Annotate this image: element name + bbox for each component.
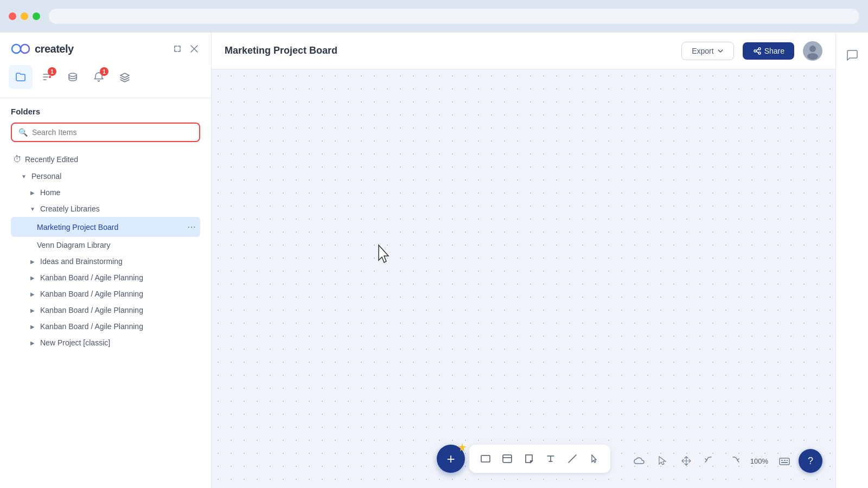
chevron-down-icon (717, 48, 724, 54)
svg-line-14 (569, 455, 576, 463)
note-tool[interactable] (519, 449, 539, 468)
venn-diagram-label: Venn Diagram Library (37, 241, 198, 249)
ideas-brainstorming-label: Ideas and Brainstorming (40, 257, 198, 266)
svg-point-8 (809, 46, 816, 52)
close-button[interactable] (9, 12, 16, 20)
logo-text: creately (35, 43, 74, 55)
help-button[interactable]: ? (799, 449, 822, 473)
tree-new-project[interactable]: ▶ New Project [classic] (11, 335, 200, 351)
select-tool-button[interactable] (653, 451, 672, 471)
kanban-4-label: Kanban Board / Agile Planning (40, 322, 198, 331)
text-tool[interactable] (541, 449, 560, 468)
expand-button[interactable] (171, 42, 184, 55)
svg-rect-18 (787, 460, 788, 461)
search-box[interactable]: 🔍 (11, 123, 200, 142)
tree-kanban-4[interactable]: ▶ Kanban Board / Agile Planning (11, 318, 200, 335)
title-bar (0, 0, 868, 33)
header-actions (171, 42, 200, 55)
tree-home[interactable]: ▶ Home (11, 184, 200, 201)
line-tool[interactable] (563, 449, 582, 468)
chevron-right-icon: ▶ (28, 322, 37, 331)
new-project-label: New Project [classic] (40, 338, 198, 347)
main-header: Marketing Project Board Export Share (212, 33, 835, 69)
nav-database-button[interactable] (61, 65, 85, 89)
add-button[interactable]: + (437, 445, 465, 473)
cloud-save-button[interactable] (629, 451, 648, 471)
svg-point-9 (807, 53, 818, 60)
chevron-down-icon: ▼ (20, 172, 28, 181)
right-panel (835, 33, 868, 488)
tree-recently-edited[interactable]: ⏱ Recently Edited (11, 151, 200, 168)
pointer-tool[interactable] (584, 449, 604, 468)
minimize-button[interactable] (21, 12, 28, 20)
sidebar-nav: 1 1 (0, 65, 211, 98)
maximize-button[interactable] (33, 12, 40, 20)
sidebar-header: creately (0, 41, 211, 65)
tree-kanban-3[interactable]: ▶ Kanban Board / Agile Planning (11, 302, 200, 318)
kanban-1-label: Kanban Board / Agile Planning (40, 273, 198, 282)
redo-button[interactable] (724, 451, 744, 471)
logo: creately (11, 41, 74, 56)
chevron-right-icon: ▶ (28, 273, 37, 282)
tree-ideas-brainstorming[interactable]: ▶ Ideas and Brainstorming (11, 253, 200, 269)
chevron-down-icon: ▼ (28, 204, 37, 213)
svg-rect-17 (784, 460, 786, 461)
svg-rect-12 (503, 455, 512, 463)
rectangle-tool[interactable] (476, 449, 495, 468)
move-tool-button[interactable] (676, 451, 696, 471)
recently-edited-label: Recently Edited (25, 155, 198, 164)
address-bar[interactable] (49, 9, 859, 24)
more-options-button[interactable]: ⋯ (185, 221, 198, 233)
chevron-right-icon: ▶ (28, 306, 37, 314)
help-icon: ? (808, 455, 813, 467)
chevron-right-icon: ▶ (28, 290, 37, 298)
sparkle-icon (457, 442, 467, 452)
close-sidebar-button[interactable] (188, 42, 200, 55)
svg-point-5 (758, 48, 761, 50)
svg-rect-15 (780, 458, 789, 465)
share-label: Share (764, 47, 784, 55)
svg-rect-11 (481, 455, 490, 462)
svg-marker-10 (458, 443, 466, 451)
logo-icon (11, 41, 30, 56)
svg-point-1 (21, 44, 29, 53)
share-button[interactable]: Share (743, 42, 794, 60)
tree-kanban-2[interactable]: ▶ Kanban Board / Agile Planning (11, 286, 200, 302)
keyboard-shortcuts-button[interactable] (775, 451, 794, 471)
canvas-area[interactable]: + (212, 69, 835, 488)
svg-point-2 (49, 76, 51, 78)
tree-marketing-project-board[interactable]: Marketing Project Board ⋯ (11, 217, 200, 237)
tree-venn-diagram[interactable]: Venn Diagram Library (11, 237, 200, 253)
svg-point-0 (12, 44, 21, 53)
tree-kanban-1[interactable]: ▶ Kanban Board / Agile Planning (11, 269, 200, 286)
export-label: Export (692, 47, 713, 55)
creately-libraries-label: Creately Libraries (40, 204, 198, 213)
notifications-badge: 1 (100, 67, 108, 76)
comment-button[interactable] (840, 43, 864, 67)
nav-tasks-button[interactable]: 1 (35, 65, 59, 89)
nav-layers-button[interactable] (113, 65, 137, 89)
marketing-project-board-label: Marketing Project Board (37, 223, 182, 232)
tree-creately-libraries[interactable]: ▼ Creately Libraries (11, 201, 200, 217)
nav-notifications-button[interactable]: 1 (87, 65, 111, 89)
tree-personal[interactable]: ▼ Personal (11, 168, 200, 184)
tasks-badge: 1 (48, 67, 56, 76)
app-container: creately 1 (0, 33, 868, 488)
undo-button[interactable] (700, 451, 720, 471)
personal-label: Personal (31, 172, 198, 181)
home-label: Home (40, 188, 198, 197)
right-toolbar: 100% ? (629, 449, 822, 473)
folders-section: Folders 🔍 ⏱ Recently Edited ▼ Personal ▶ (0, 107, 211, 479)
search-input[interactable] (32, 128, 193, 137)
folder-tree: ⏱ Recently Edited ▼ Personal ▶ Home ▼ Cr… (11, 151, 200, 351)
svg-point-3 (69, 73, 76, 76)
svg-point-4 (754, 50, 756, 52)
bottom-toolbar: + (437, 445, 610, 473)
card-tool[interactable] (497, 449, 517, 468)
clock-icon: ⏱ (13, 155, 22, 164)
doc-title: Marketing Project Board (225, 45, 673, 56)
kanban-3-label: Kanban Board / Agile Planning (40, 306, 198, 314)
chevron-right-icon: ▶ (28, 257, 37, 266)
export-button[interactable]: Export (681, 42, 733, 60)
nav-folders-button[interactable] (9, 65, 33, 89)
